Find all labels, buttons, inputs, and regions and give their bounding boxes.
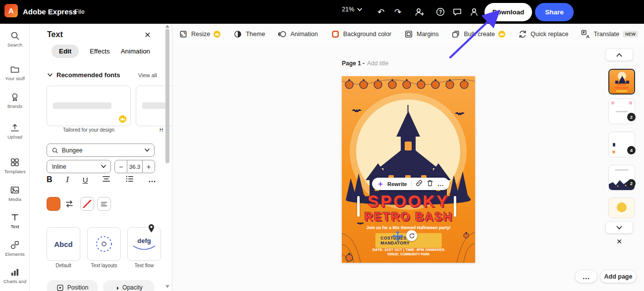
pages-panel-close-button[interactable]: × — [612, 235, 626, 248]
bold-button[interactable]: B — [47, 175, 53, 184]
rotate-handle[interactable] — [406, 230, 417, 241]
scroll-down-arrow[interactable] — [165, 285, 169, 288]
tab-effects[interactable]: Effects — [90, 48, 110, 55]
font-size-value[interactable]: 36.3 — [127, 160, 142, 173]
help-button[interactable]: ? — [434, 5, 447, 18]
thumb-mark — [612, 150, 615, 153]
poster-date-line[interactable]: DATE: 31ST OCT | TIME: 8PM ONWARDS — [342, 247, 475, 252]
design-canvas-page[interactable]: SPOOKY RETRO BASH Join us for a 90s them… — [342, 76, 475, 263]
download-button[interactable]: Download — [484, 3, 532, 21]
delete-button[interactable] — [427, 180, 433, 188]
share-button[interactable]: Share — [535, 3, 574, 21]
font-style-select[interactable]: Inline — [47, 160, 111, 173]
preset-glyph: Abcd — [54, 240, 73, 248]
link-button[interactable] — [416, 180, 423, 188]
scroll-up-arrow[interactable] — [165, 25, 169, 28]
swap-arrows-icon — [64, 199, 74, 209]
undo-button[interactable]: ↶ — [375, 5, 387, 18]
list-button[interactable] — [125, 174, 134, 185]
quick-action-background-color[interactable]: Background color — [331, 30, 391, 39]
quick-action-resize[interactable]: Resize — [179, 30, 220, 39]
page-thumbnail-2[interactable]: 2 — [608, 98, 635, 124]
page-header[interactable]: Page 1 - Add title — [342, 60, 388, 67]
sidebar-item-label: Charts and — [0, 279, 30, 285]
decrease-size-button[interactable]: − — [114, 160, 127, 173]
account-button[interactable] — [468, 5, 481, 18]
sidebar-item-your-stuff[interactable]: Your stuff — [0, 64, 30, 82]
sidebar-item-templates[interactable]: Templates — [0, 157, 30, 175]
view-all-link[interactable]: View all — [138, 72, 157, 78]
thumb-circle — [617, 202, 627, 212]
adobe-express-logo-icon[interactable]: A — [4, 4, 18, 17]
font-family-value: Bungee — [62, 147, 82, 154]
opacity-icon: ◑ — [115, 284, 119, 291]
position-button[interactable]: Position — [47, 280, 98, 291]
text-color-swatch[interactable] — [47, 197, 60, 211]
sidebar-item-brands[interactable]: Brands — [0, 92, 30, 109]
loading-placeholder — [53, 102, 111, 109]
quick-action-margins[interactable]: Margins — [404, 30, 438, 39]
opacity-button[interactable]: ◑ Opacity — [103, 280, 155, 291]
stroke-options-button[interactable] — [97, 197, 111, 211]
premium-crown-icon — [214, 31, 220, 38]
no-color-swatch[interactable] — [80, 197, 94, 211]
pages-scroll-up-button[interactable] — [605, 48, 633, 61]
italic-button[interactable]: I — [66, 175, 69, 185]
page-thumbnail-3[interactable]: 4 — [608, 132, 635, 157]
add-page-button[interactable]: Add page — [600, 270, 637, 283]
poster-venue-line[interactable]: VENUE: COMMUNITY PARK — [342, 252, 475, 256]
increase-size-button[interactable]: + — [142, 160, 155, 173]
font-card-caption: H — [160, 127, 163, 133]
file-menu[interactable]: File — [74, 8, 85, 15]
align-center-button[interactable] — [102, 174, 111, 185]
recommended-fonts-header[interactable]: Recommended fonts — [48, 71, 120, 79]
sidebar-item-search[interactable]: Search — [0, 31, 30, 48]
page-title-placeholder[interactable]: Add title — [367, 60, 388, 67]
panel-close-button[interactable]: × — [141, 28, 155, 42]
text-preset-default[interactable]: Abcd — [47, 227, 80, 261]
more-format-button[interactable]: … — [148, 175, 157, 184]
feedback-button[interactable] — [451, 5, 464, 18]
scrollbar-thumb[interactable] — [165, 29, 169, 163]
sidebar-item-text[interactable]: Text — [0, 212, 30, 230]
page-more-button[interactable]: … — [575, 270, 597, 283]
poster-subtitle[interactable]: Join us for a 90s themed Halloween party… — [342, 225, 475, 230]
quick-action-bulk-create[interactable]: Bulk create — [451, 30, 505, 39]
toolbar-divider — [411, 181, 412, 188]
quick-action-theme[interactable]: Theme — [233, 30, 265, 39]
move-icon[interactable] — [392, 231, 403, 242]
thumb-badge-bar — [616, 90, 627, 92]
rotate-icon — [409, 233, 415, 239]
sidebar-item-media[interactable]: Media — [0, 185, 30, 202]
more-options-button[interactable]: … — [437, 180, 444, 188]
font-suggestion-card[interactable] — [47, 86, 131, 126]
redo-button[interactable]: ↷ — [391, 5, 404, 18]
page-thumbnail-5[interactable] — [608, 197, 635, 218]
zoom-control[interactable]: 21% — [342, 6, 362, 13]
premium-crown-icon — [119, 115, 126, 123]
quick-action-quick-replace[interactable]: Quick replace — [518, 30, 568, 39]
quick-action-animation[interactable]: Animation — [278, 30, 318, 39]
selection-handle-right[interactable] — [454, 196, 456, 217]
sidebar-item-elements[interactable]: Elements — [0, 240, 30, 257]
text-preset-flow[interactable]: defg — [127, 227, 161, 261]
pages-scroll-down-button[interactable] — [605, 221, 633, 234]
rewrite-button[interactable]: Rewrite — [387, 181, 407, 187]
page-thumbnail-4[interactable]: 2 — [608, 165, 635, 191]
new-badge: NEW — [623, 31, 638, 38]
swap-colors-button[interactable] — [64, 199, 74, 210]
brands-badge-icon — [10, 92, 20, 102]
no-color-slash-icon — [81, 197, 94, 210]
underline-button[interactable]: U — [83, 176, 88, 184]
sidebar-item-charts[interactable]: Charts and — [0, 267, 30, 285]
sidebar-item-upload[interactable]: Upload — [0, 123, 30, 140]
invite-button[interactable] — [413, 5, 426, 18]
font-family-select[interactable]: Bungee — [47, 144, 155, 157]
tab-edit[interactable]: Edit — [52, 45, 79, 58]
text-panel: Text × Edit Effects Animation Recommende… — [30, 24, 172, 291]
page-thumbnail-1[interactable]: SPOOKY RETRO BASH — [608, 69, 635, 95]
quick-action-translate[interactable]: A Translate NEW — [581, 30, 638, 39]
text-preset-layouts[interactable] — [87, 227, 121, 261]
tab-animation[interactable]: Animation — [121, 48, 150, 55]
selection-handle-left[interactable] — [357, 196, 360, 217]
